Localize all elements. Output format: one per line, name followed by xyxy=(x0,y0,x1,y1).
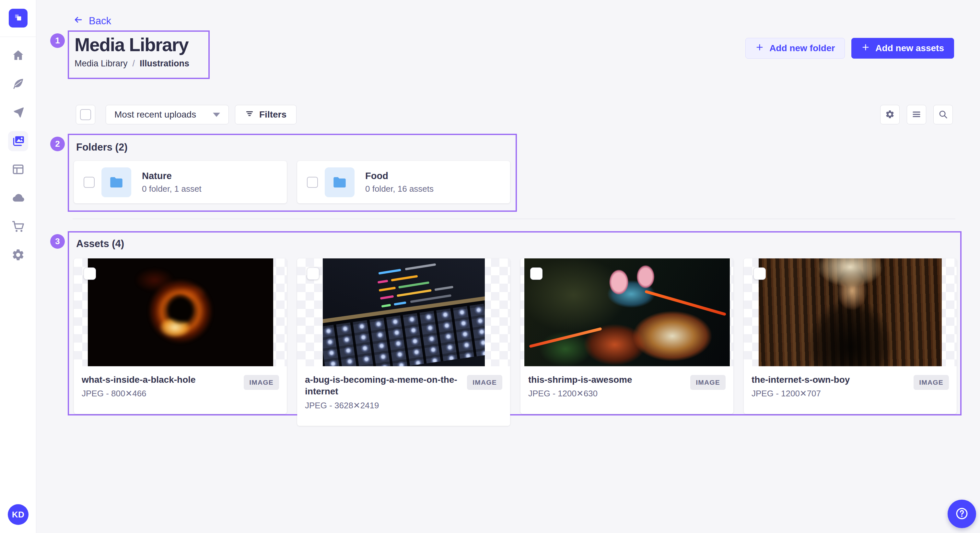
breadcrumb: Media Library / Illustrations xyxy=(75,59,208,69)
asset-info: this-shrimp-is-awesome JPEG - 1200✕630 I… xyxy=(520,366,733,414)
folder-card-nature[interactable]: Nature 0 folder, 1 asset xyxy=(74,161,287,203)
feather-icon xyxy=(11,77,25,92)
mantis-shrimp-image xyxy=(524,259,730,366)
add-new-assets-button[interactable]: Add new assets xyxy=(851,38,954,59)
back-label: Back xyxy=(89,15,111,27)
annotation-box-1: 1 Media Library Media Library / Illustra… xyxy=(68,30,210,79)
strapi-logo[interactable] xyxy=(9,9,27,27)
annotation-badge-2: 2 xyxy=(50,136,65,151)
asset-meta: JPEG - 800✕466 xyxy=(82,389,279,399)
annotation-box-2: 2 Folders (2) Nature 0 folder, 1 asset xyxy=(68,134,517,212)
asset-info: the-internet-s-own-boy JPEG - 1200✕707 I… xyxy=(744,366,957,414)
paper-plane-icon xyxy=(11,106,25,120)
gear-icon xyxy=(11,248,25,263)
annotation-badge-3: 3 xyxy=(50,234,65,249)
sidebar: KD xyxy=(0,0,36,533)
user-avatar[interactable]: KD xyxy=(8,504,29,525)
header-actions: Add new folder Add new assets xyxy=(745,38,954,59)
plus-icon xyxy=(756,43,764,54)
sort-value: Most recent uploads xyxy=(115,109,196,120)
sort-dropdown[interactable]: Most recent uploads xyxy=(106,105,229,124)
back-link[interactable]: Back xyxy=(73,15,111,27)
filters-button[interactable]: Filters xyxy=(235,105,296,124)
sidebar-item-content-manager[interactable] xyxy=(8,74,28,94)
folder-meta: 0 folder, 1 asset xyxy=(142,184,202,194)
strapi-logo-icon xyxy=(13,12,24,24)
help-button[interactable] xyxy=(948,500,976,528)
assets-heading: Assets (4) xyxy=(69,233,960,250)
cart-icon xyxy=(11,219,25,234)
asset-info: a-bug-is-becoming-a-meme-on-the-internet… xyxy=(297,366,510,426)
add-new-assets-label: Add new assets xyxy=(875,43,944,54)
media-library-icon xyxy=(11,134,25,149)
folder-checkbox[interactable] xyxy=(84,177,95,188)
plus-icon xyxy=(861,43,870,54)
layout-icon xyxy=(11,163,25,177)
asset-grid: what-s-inside-a-black-hole JPEG - 800✕46… xyxy=(74,259,960,426)
asset-info: what-s-inside-a-black-hole JPEG - 800✕46… xyxy=(74,366,287,414)
cloud-icon xyxy=(11,191,25,206)
laptop-code-image xyxy=(323,259,485,366)
add-new-folder-button[interactable]: Add new folder xyxy=(745,38,845,59)
folder-grid: Nature 0 folder, 1 asset Food 0 folder, … xyxy=(74,161,515,203)
asset-checkbox[interactable] xyxy=(84,268,96,280)
sidebar-item-cloud[interactable] xyxy=(8,188,28,208)
folder-name: Food xyxy=(365,171,434,181)
asset-card-bug-meme[interactable]: a-bug-is-becoming-a-meme-on-the-internet… xyxy=(297,259,510,426)
checkbox xyxy=(80,109,91,120)
sidebar-item-home[interactable] xyxy=(8,46,28,66)
list-view-button[interactable] xyxy=(907,105,926,124)
search-icon xyxy=(938,109,948,120)
asset-thumbnail xyxy=(744,259,957,366)
asset-card-internets-own-boy[interactable]: the-internet-s-own-boy JPEG - 1200✕707 I… xyxy=(744,259,957,414)
annotation-box-3: 3 Assets (4) what-s-inside-a-black-hole … xyxy=(68,231,961,416)
select-all-checkbox[interactable] xyxy=(76,105,95,124)
asset-card-shrimp[interactable]: this-shrimp-is-awesome JPEG - 1200✕630 I… xyxy=(520,259,733,414)
folder-checkbox[interactable] xyxy=(307,177,318,188)
toolbar: Most recent uploads Filters xyxy=(76,105,953,124)
folder-icon xyxy=(325,167,355,197)
view-settings-button[interactable] xyxy=(880,105,900,124)
arrow-left-icon xyxy=(73,15,83,27)
asset-checkbox[interactable] xyxy=(754,268,766,280)
sidebar-item-media-library[interactable] xyxy=(8,131,28,151)
folder-card-food[interactable]: Food 0 folder, 16 assets xyxy=(297,161,510,203)
home-icon xyxy=(11,49,25,63)
annotation-badge-1: 1 xyxy=(50,33,65,48)
add-new-folder-label: Add new folder xyxy=(769,43,835,54)
asset-thumbnail xyxy=(74,259,287,366)
breadcrumb-parent[interactable]: Media Library xyxy=(75,59,128,69)
folder-text: Nature 0 folder, 1 asset xyxy=(142,171,202,194)
asset-checkbox[interactable] xyxy=(530,268,542,280)
asset-type-badge: IMAGE xyxy=(913,375,949,390)
asset-type-badge: IMAGE xyxy=(690,375,725,390)
asset-card-black-hole[interactable]: what-s-inside-a-black-hole JPEG - 800✕46… xyxy=(74,259,287,414)
black-hole-image xyxy=(88,259,273,366)
folder-icon xyxy=(102,167,131,197)
main-content: Back 1 Media Library Media Library / Ill… xyxy=(36,0,980,533)
library-portrait-image xyxy=(759,259,942,366)
sidebar-item-settings[interactable] xyxy=(8,245,28,265)
page-title: Media Library xyxy=(75,34,208,56)
asset-checkbox[interactable] xyxy=(307,268,319,280)
question-mark-icon xyxy=(955,506,969,522)
gear-icon xyxy=(885,109,895,120)
asset-type-badge: IMAGE xyxy=(244,375,279,390)
sidebar-item-content-type-builder[interactable] xyxy=(8,160,28,180)
list-icon xyxy=(912,109,921,120)
asset-meta: JPEG - 1200✕630 xyxy=(528,389,725,399)
sidebar-item-deploy[interactable] xyxy=(8,103,28,123)
folder-meta: 0 folder, 16 assets xyxy=(365,184,434,194)
search-button[interactable] xyxy=(933,105,953,124)
chevron-down-icon xyxy=(213,113,220,117)
asset-thumbnail xyxy=(297,259,510,366)
asset-meta: JPEG - 1200✕707 xyxy=(751,389,949,399)
filter-icon xyxy=(245,109,254,121)
breadcrumb-current: Illustrations xyxy=(140,59,189,69)
sidebar-nav xyxy=(0,46,36,274)
toolbar-left: Most recent uploads Filters xyxy=(76,105,953,124)
folder-text: Food 0 folder, 16 assets xyxy=(365,171,434,194)
sidebar-item-marketplace[interactable] xyxy=(8,217,28,237)
asset-type-badge: IMAGE xyxy=(467,375,502,390)
view-actions xyxy=(880,105,953,124)
